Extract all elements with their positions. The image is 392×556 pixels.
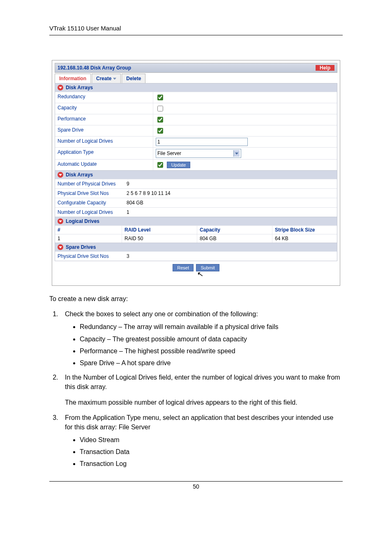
collapse-icon [58, 85, 63, 90]
title-bar-text: 192.168.10.48 Disk Array Group [58, 65, 131, 71]
label-spare-drive: Spare Drive [55, 125, 153, 136]
bullet: Spare Drive – A hot spare drive [80, 358, 343, 368]
cursor-icon: ↖ [196, 269, 204, 279]
section-spare-drives[interactable]: Spare Drives [55, 243, 337, 251]
cell-stripe: 64 KB [272, 234, 337, 243]
cell-capacity: 804 GB [197, 234, 272, 243]
step-3: From the Application Type menu, select a… [60, 413, 343, 469]
label-config-cap: Configurable Capacity [55, 199, 124, 206]
step-3-bullets: Video Stream Transaction Data Transactio… [65, 435, 343, 469]
label-redundancy: Redundancy [55, 92, 153, 103]
bullet: Video Stream [80, 435, 343, 445]
row-spare-slot: Physical Drive Slot Nos 3 [55, 251, 337, 261]
section-title: Disk Arrays [66, 85, 93, 90]
row-spare-drive: Spare Drive [55, 125, 337, 136]
screenshot-container: 192.168.10.48 Disk Array Group Help Info… [52, 60, 340, 286]
label-performance: Performance [55, 114, 153, 125]
bullet: Redundancy – The array will remain avail… [80, 322, 343, 331]
tab-delete[interactable]: Delete [122, 74, 145, 83]
bullet: Transaction Data [80, 447, 343, 456]
bullet: Capacity – The greatest possible amount … [80, 334, 343, 344]
col-capacity: Capacity [197, 226, 272, 234]
title-bar: 192.168.10.48 Disk Array Group Help [55, 63, 337, 73]
select-app-type-value: File Server [157, 151, 181, 156]
page-footer: 50 [49, 481, 343, 490]
steps-list: Check the boxes to select any one or com… [49, 309, 343, 468]
value-num-physical: 9 [124, 181, 337, 187]
label-spare-slot: Physical Drive Slot Nos [55, 253, 124, 259]
body-text: To create a new disk array: Check the bo… [49, 294, 343, 469]
chevron-down-icon [233, 150, 240, 157]
caret-down-icon [113, 78, 116, 80]
value-config-cap: 804 GB [124, 199, 337, 206]
label-num-logical-2: Number of Logical Drives [55, 209, 124, 215]
bullet: Transaction Log [80, 459, 343, 468]
section-disk-arrays-2[interactable]: Disk Arrays [55, 170, 337, 179]
checkbox-redundancy[interactable] [157, 95, 163, 100]
bullet: Performance – The highest possible read/… [80, 346, 343, 356]
reset-button[interactable]: Reset [173, 264, 194, 271]
update-button[interactable]: Update [167, 162, 190, 168]
checkbox-capacity[interactable] [157, 106, 163, 111]
row-config-cap: Configurable Capacity 804 GB [55, 198, 337, 207]
row-capacity: Capacity [55, 103, 337, 114]
collapse-icon [58, 172, 63, 178]
cell-num: 1 [55, 234, 122, 243]
section-disk-arrays-1[interactable]: Disk Arrays [55, 83, 337, 92]
row-redundancy: Redundancy [55, 92, 337, 103]
label-num-physical: Number of Physical Drives [55, 181, 124, 187]
value-spare-slot: 3 [124, 253, 337, 259]
step-1-text: Check the boxes to select any one or com… [65, 310, 258, 317]
collapse-icon [58, 218, 63, 224]
row-app-type: Application Type File Server [55, 147, 337, 159]
tab-create[interactable]: Create [92, 74, 121, 83]
label-app-type: Application Type [55, 148, 153, 159]
section-title: Spare Drives [66, 244, 96, 250]
tab-information[interactable]: Information [55, 74, 91, 83]
step-2: In the Number of Logical Drives field, e… [60, 373, 343, 407]
main-panel: Disk Arrays Redundancy Capacity Performa… [55, 83, 337, 261]
label-capacity: Capacity [55, 103, 153, 114]
bottom-buttons: Reset Submit ↖ [55, 261, 337, 283]
logical-drives-header: # RAID Level Capacity Stripe Block Size [55, 225, 337, 234]
input-num-logical[interactable] [156, 138, 248, 146]
step-2-text-b: The maximum possible number of logical d… [65, 398, 343, 407]
checkbox-auto-update[interactable] [157, 162, 163, 168]
row-slot-nos: Physical Drive Slot Nos 2 5 6 7 8 9 10 1… [55, 188, 337, 198]
row-performance: Performance [55, 114, 337, 125]
help-button[interactable]: Help [316, 65, 334, 71]
select-app-type[interactable]: File Server [156, 149, 241, 158]
tabs: Information Create Delete [55, 73, 337, 83]
step-3-text: From the Application Type menu, select a… [65, 414, 333, 431]
col-num: # [55, 226, 122, 234]
row-auto-update: Automatic Update Update [55, 159, 337, 170]
row-num-logical: Number of Logical Drives [55, 136, 337, 147]
row-num-physical: Number of Physical Drives 9 [55, 179, 337, 188]
section-logical-drives[interactable]: Logical Drives [55, 217, 337, 225]
checkbox-spare-drive[interactable] [157, 128, 163, 134]
col-raid: RAID Level [122, 226, 197, 234]
logical-drives-row: 1 RAID 50 804 GB 64 KB [55, 234, 337, 243]
tab-create-label: Create [96, 76, 111, 81]
page-header: VTrak 15110 User Manual [49, 25, 343, 35]
step-1: Check the boxes to select any one or com… [60, 309, 343, 368]
section-title: Disk Arrays [66, 172, 93, 178]
label-slot-nos: Physical Drive Slot Nos [55, 190, 124, 197]
section-title: Logical Drives [66, 218, 99, 224]
step-2-text-a: In the Number of Logical Drives field, e… [65, 374, 340, 390]
value-slot-nos: 2 5 6 7 8 9 10 11 14 [124, 190, 337, 197]
checkbox-performance[interactable] [157, 117, 163, 123]
value-num-logical-2: 1 [124, 209, 337, 215]
col-stripe: Stripe Block Size [272, 226, 337, 234]
intro-text: To create a new disk array: [49, 294, 343, 303]
cell-raid: RAID 50 [122, 234, 197, 243]
step-1-bullets: Redundancy – The array will remain avail… [65, 322, 343, 368]
label-num-logical: Number of Logical Drives [55, 137, 153, 147]
row-num-logical-2: Number of Logical Drives 1 [55, 207, 337, 217]
collapse-icon [58, 244, 63, 250]
label-auto-update: Automatic Update [55, 160, 153, 170]
